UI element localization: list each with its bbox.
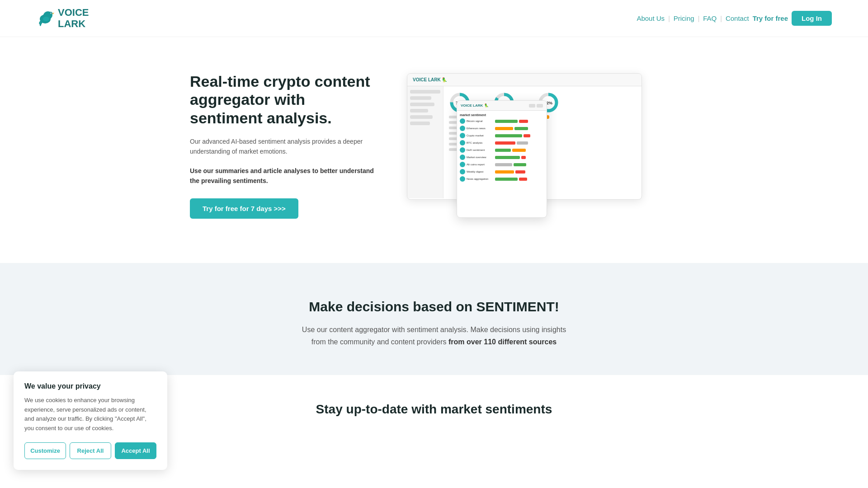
nav-links: About Us | Pricing | FAQ | Contact Try f… [637, 14, 832, 23]
cookie-reject-button[interactable]: Reject All [70, 442, 111, 444]
hero-description: Our advanced AI-based sentiment analysis… [190, 136, 380, 157]
mobile-list-item: DeFi sentiment [460, 147, 544, 153]
mobile-list-item: Market overview [460, 155, 544, 160]
nav-about[interactable]: About Us [637, 14, 665, 22]
dashboard-logo: VOICE LARK 🦜 [413, 77, 447, 82]
mobile-list-item: Bitcoin signal [460, 118, 544, 124]
logo[interactable]: VOICE LARK [36, 7, 89, 29]
sentiment-section: Make decisions based on SENTIMENT! Use o… [0, 263, 868, 375]
hero-content: Real-time crypto content aggregator with… [190, 72, 380, 219]
sidebar-mock-6 [410, 122, 430, 125]
logo-icon [36, 7, 55, 29]
nav-try-free[interactable]: Try for free [753, 14, 788, 22]
nav-login-button[interactable]: Log In [792, 11, 832, 26]
nav-sep-3: | [720, 15, 722, 22]
hero-dashboard-mockup: VOICE LARK 🦜 [407, 73, 678, 218]
sidebar-mock-5 [410, 115, 433, 119]
cookie-accept-button[interactable]: Accept All [115, 442, 156, 444]
hero-title: Real-time crypto content aggregator with… [190, 72, 380, 127]
nav-sep-2: | [698, 15, 700, 22]
sidebar-mock-4 [410, 109, 428, 113]
cookie-customize-button[interactable]: Customize [24, 442, 66, 444]
nav-contact[interactable]: Contact [726, 14, 749, 22]
dashboard-header: VOICE LARK 🦜 [407, 74, 642, 86]
svg-marker-3 [52, 13, 54, 14]
mobile-logo: VOICE LARK 🦜 [461, 103, 489, 108]
sentiment-description: Use our content aggregator with sentimen… [298, 324, 570, 348]
mobile-list-item: Crypto market [460, 133, 544, 138]
mobile-body-title: market sentiment [460, 113, 544, 117]
navbar: VOICE LARK About Us | Pricing | FAQ | Co… [0, 0, 868, 37]
sidebar-mock-2 [410, 96, 431, 100]
mobile-list-item: Alt coins report [460, 162, 544, 167]
dashboard-sidebar [407, 86, 443, 198]
hero-section: Real-time crypto content aggregator with… [0, 37, 868, 263]
mobile-list-item: Ethereum news [460, 126, 544, 131]
cookie-banner: We value your privacy We use cookies to … [14, 371, 167, 444]
brand-name: VOICE LARK [58, 7, 89, 29]
sidebar-mock-3 [410, 103, 434, 106]
sentiment-title: Make decisions based on SENTIMENT! [36, 299, 832, 314]
mobile-list-item: Weekly digest [460, 169, 544, 174]
mobile-body: market sentiment Bitcoin signal Ethereum… [457, 111, 547, 186]
cookie-buttons: Customize Reject All Accept All [24, 442, 156, 444]
sidebar-mock-1 [410, 90, 440, 94]
dashboard-mobile-card: VOICE LARK 🦜 market sentiment Bitcoin si… [457, 100, 547, 218]
cookie-title: We value your privacy [24, 382, 156, 390]
mobile-list-item: News aggregation [460, 176, 544, 182]
nav-sep-1: | [668, 15, 670, 22]
hero-cta-button[interactable]: Try for free for 7 days >>> [190, 198, 298, 219]
cookie-text: We use cookies to enhance your browsing … [24, 396, 156, 433]
mobile-list-item: BTC analysis [460, 140, 544, 145]
mobile-header: VOICE LARK 🦜 [457, 101, 547, 111]
nav-pricing[interactable]: Pricing [674, 14, 694, 22]
nav-faq[interactable]: FAQ [703, 14, 717, 22]
hero-bold-text: Use our summaries and article analyses t… [190, 166, 380, 186]
svg-point-7 [43, 17, 49, 21]
svg-point-5 [51, 13, 52, 13]
